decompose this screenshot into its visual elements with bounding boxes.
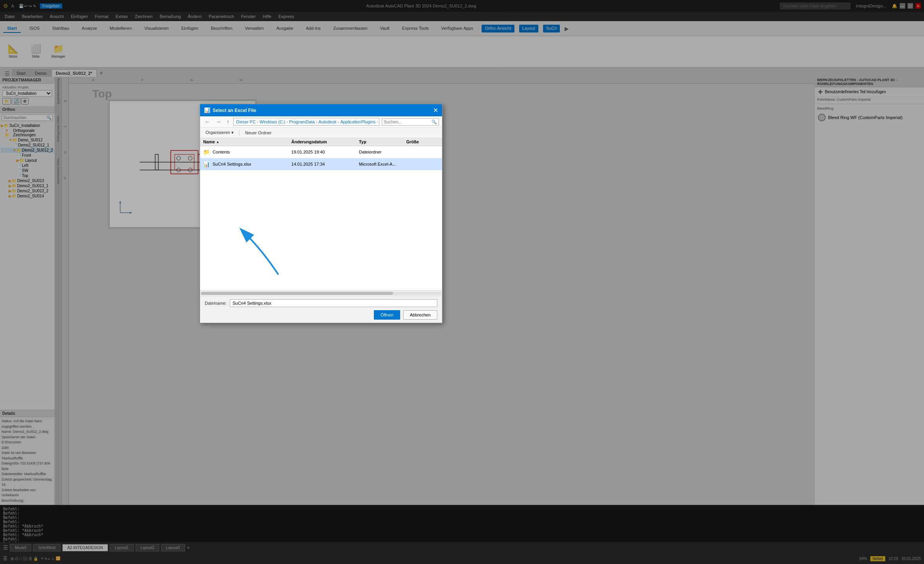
app-window: ⚙ A 💾 ↩ ↪ ✎ Freigeben Autodesk AutoCAD P… [0,0,924,564]
excel-icon-xlsx: 📊 [203,161,210,167]
filename-row: Dateiname: [205,299,437,307]
col-size[interactable]: Größe [403,138,442,146]
new-folder-button[interactable]: Neuer Ordner [243,130,274,136]
dialog-close-button[interactable]: ✕ [433,107,438,114]
col-name[interactable]: Name ▲ [200,138,288,146]
nav-back-button[interactable]: ← [203,118,212,126]
bc-item-4[interactable]: ApplicationPlugins [340,119,375,124]
bc-item-2[interactable]: ProgramData [289,119,314,124]
col-date[interactable]: Änderungsdatum [288,138,356,146]
dialog-title-left: 📊 Select an Excel File [204,107,256,113]
file-date-xlsx: 14.01.2025 17:34 [288,160,356,168]
bc-item-0[interactable]: Dieser PC [236,119,256,124]
folder-icon-contents: 📁 [203,149,210,155]
dialog-main: Name ▲ Änderungsdatum Typ Größe [200,138,442,296]
breadcrumb-path: Dieser PC › Windows (C:) › ProgramData ›… [233,118,379,126]
file-type-xlsx: Microsoft Excel-A... [356,160,403,168]
file-name-xlsx: 📊 SuCri4 Settings.xlsx [200,159,288,169]
dialog-excel-icon: 📊 [204,107,210,113]
h-scrollbar-thumb [201,292,393,295]
file-list-header: Name ▲ Änderungsdatum Typ Größe [200,138,442,146]
file-size-xlsx [403,163,442,166]
h-scrollbar[interactable] [200,290,442,296]
cancel-button[interactable]: Abbrechen [403,310,437,320]
organize-button[interactable]: Organisieren ▾ [203,129,236,136]
dialog-search-bar: 🔍 [382,118,439,126]
file-size-contents [403,150,442,154]
footer-buttons: Öffnen Abbrechen [205,310,437,320]
toolbar-sep [239,130,240,136]
file-dialog: 📊 Select an Excel File ✕ ← → ↑ Dieser PC… [200,104,442,323]
col-type[interactable]: Typ [356,138,403,146]
open-button[interactable]: Öffnen [374,310,400,320]
dialog-nav: ← → ↑ Dieser PC › Windows (C:) › Program… [200,116,442,128]
dialog-file-area: Name ▲ Änderungsdatum Typ Größe [200,138,442,296]
filename-input[interactable] [230,299,437,307]
dialog-title-text: Select an Excel File [213,108,256,113]
dialog-search-input[interactable] [384,119,431,124]
file-name-contents: 📁 Contents [200,147,288,157]
file-type-contents: Dateiordner [356,148,403,156]
bc-item-3[interactable]: Autodesk [319,119,337,124]
file-row-contents[interactable]: 📁 Contents 19.01.2025 19:40 Dateiordner [200,146,442,158]
filename-label: Dateiname: [205,301,227,306]
dialog-footer: Dateiname: Öffnen Abbrechen [200,296,442,323]
dialog-search-icon: 🔍 [431,119,437,125]
file-row-xlsx[interactable]: 📊 SuCri4 Settings.xlsx 14.01.2025 17:34 … [200,158,442,170]
file-list: 📁 Contents 19.01.2025 19:40 Dateiordner [200,146,442,290]
nav-up-button[interactable]: ↑ [225,118,231,126]
nav-forward-button[interactable]: → [214,118,223,126]
dialog-title-bar: 📊 Select an Excel File ✕ [200,104,442,116]
file-date-contents: 19.01.2025 19:40 [288,148,356,156]
bc-item-1[interactable]: Windows (C:) [260,119,285,124]
sort-arrow-name: ▲ [216,140,219,144]
dialog-overlay: 📊 Select an Excel File ✕ ← → ↑ Dieser PC… [0,0,924,564]
dialog-toolbar: Organisieren ▾ Neuer Ordner [200,128,442,138]
